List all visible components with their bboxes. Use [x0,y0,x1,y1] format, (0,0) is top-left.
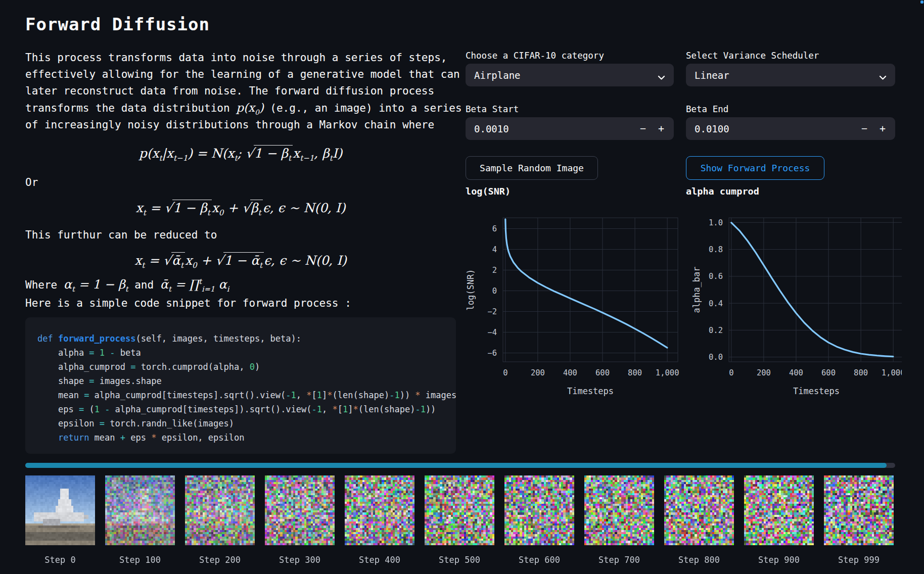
or-label: Or [25,174,456,190]
step-label: Step 100 [105,555,175,565]
noisy-image [425,475,494,545]
step-label: Step 300 [265,555,335,565]
formula-one-step: xt = √1 − βtx0 + √βtϵ, ϵ ∼ N(0, I) [25,195,456,220]
noisy-image [744,475,814,545]
beta-end-decrement-button[interactable]: − [857,117,872,140]
alpha-cumprod-chart: 0.00.20.40.60.81.002004006008001,000Time… [683,202,902,410]
beta-start-input[interactable]: 0.0010 − + [466,117,674,140]
svg-text:600: 600 [595,368,610,377]
sample-random-image-button[interactable]: Sample Random Image [466,156,598,180]
diffusion-step-cell: Step 500 [425,475,494,565]
beta-end-input[interactable]: 0.0100 − + [686,117,895,140]
noisy-image [664,475,734,545]
svg-text:0.2: 0.2 [709,326,723,335]
category-label: Choose a CIFAR-10 category [466,51,604,61]
scrollbar-thumb[interactable] [920,1,923,4]
where-line: Where αt = 1 − βt and ᾱt = ∏ti=1 αi [25,276,456,293]
intro-paragraph: This process transforms data into noise … [25,50,456,133]
scheduler-select-value: Linear [686,70,729,81]
formula-closed-form: xt = √ᾱtx0 + √1 − ᾱtϵ, ϵ ∼ N(0, I) [25,247,456,272]
scheduler-select[interactable]: Linear [686,64,895,86]
svg-text:0.8: 0.8 [709,245,723,254]
diffusion-step-cell: Step 0 [25,475,95,565]
beta-end-label: Beta End [686,104,728,114]
timestep-progress-fill [25,463,887,468]
intro-line: transforms the data distribution p(x0) (… [25,100,456,117]
intro-line: This process transforms data into noise … [25,50,456,66]
step-label: Step 900 [744,555,814,565]
noisy-image [265,475,335,545]
svg-text:Timesteps: Timesteps [567,386,614,396]
intro-line: later reconstruct data from noise. The f… [25,83,456,100]
log-snr-chart-title: log(SNR) [466,186,511,197]
beta-end-increment-button[interactable]: + [875,117,890,140]
beta-start-value: 0.0010 [466,123,509,134]
svg-text:−2: −2 [487,307,497,316]
svg-text:600: 600 [821,368,836,377]
svg-text:alpha_bar: alpha_bar [691,266,702,313]
chevron-down-icon [658,73,665,82]
category-select-value: Airplane [466,70,521,81]
step-label: Step 600 [504,555,574,565]
svg-text:200: 200 [757,368,771,377]
inline-math-alpha-bar: ᾱt = ∏ti=1 αi [160,277,229,292]
svg-text:Timesteps: Timesteps [793,386,840,396]
code-block: def forward_process(self, images, timest… [25,317,456,454]
noisy-image [584,475,654,545]
explanation-column: Forward Diffusion This process transform… [25,14,456,454]
scheduler-label: Select Variance Scheduler [686,51,819,61]
svg-text:0: 0 [729,368,733,377]
alpha-cumprod-chart-title: alpha cumprod [686,186,759,197]
svg-text:1.0: 1.0 [709,218,723,227]
step-label: Step 800 [664,555,734,565]
svg-text:log(SNR): log(SNR) [466,269,476,311]
diffusion-step-cell: Step 999 [824,475,894,565]
svg-text:200: 200 [531,368,545,377]
svg-text:4: 4 [492,245,497,254]
svg-text:0.6: 0.6 [709,272,723,281]
show-forward-process-button[interactable]: Show Forward Process [686,156,824,180]
svg-text:400: 400 [789,368,803,377]
step-label: Step 500 [425,555,494,565]
category-select[interactable]: Airplane [466,64,674,86]
app-root: Forward Diffusion This process transform… [0,0,924,574]
diffusion-step-cell: Step 600 [504,475,574,565]
step-label: Step 200 [185,555,255,565]
diffusion-step-cell: Step 400 [345,475,414,565]
svg-text:−4: −4 [487,328,497,337]
diffusion-step-cell: Step 300 [265,475,335,565]
beta-start-increment-button[interactable]: + [654,117,669,140]
svg-text:0: 0 [492,286,497,296]
intro-line: of increasingly noisy distributions thro… [25,117,456,133]
step-label: Step 700 [584,555,654,565]
svg-text:400: 400 [563,368,577,377]
intro-line: effectively allowing for the learning of… [25,66,456,83]
svg-text:0: 0 [503,368,507,377]
page-title: Forward Diffusion [25,14,456,34]
noisy-image [824,475,894,545]
svg-text:0.0: 0.0 [709,353,723,362]
formula-markov-transition: p(xt|xt−1) = N(xt; √1 − βtxt−1, βtI) [25,140,456,165]
noisy-image [185,475,255,545]
noisy-image [345,475,414,545]
svg-text:1,000: 1,000 [882,368,902,377]
svg-text:800: 800 [854,368,868,377]
svg-text:1,000: 1,000 [656,368,679,377]
diffusion-step-strip: Step 0Step 100Step 200Step 300Step 400St… [25,475,894,565]
step-label: Step 400 [345,555,414,565]
snippet-label: Here is a simple code snippet for forwar… [25,295,456,311]
noisy-image [504,475,574,545]
inline-math-p-x0: p(x0) [236,101,263,114]
noisy-image [105,475,175,545]
step-label: Step 999 [824,555,894,565]
diffusion-step-cell: Step 700 [584,475,654,565]
reduce-label: This furthur can be reduced to [25,227,456,243]
inline-math-alpha: αt = 1 − βt [64,277,128,292]
chevron-down-icon [879,73,887,82]
diffusion-step-cell: Step 900 [744,475,814,565]
beta-start-decrement-button[interactable]: − [635,117,651,140]
svg-text:2: 2 [492,266,497,275]
svg-text:0.4: 0.4 [709,299,723,308]
beta-start-label: Beta Start [466,104,519,114]
beta-end-value: 0.0100 [686,123,729,134]
